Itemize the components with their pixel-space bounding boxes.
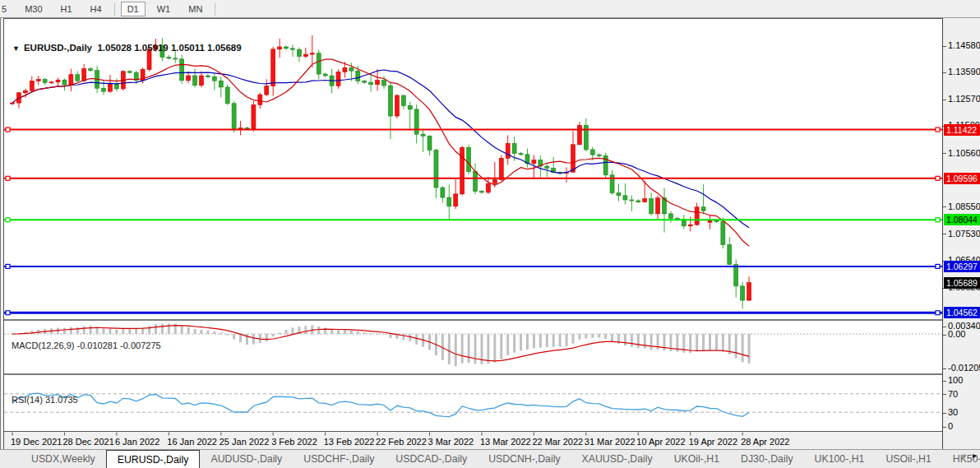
rsi-name: RSI(14) xyxy=(12,395,43,405)
candle-body xyxy=(454,194,458,206)
candle-body xyxy=(232,104,236,129)
level-price-label: 1.06297 xyxy=(944,261,980,272)
rsi-pane-bg xyxy=(4,375,943,432)
chart-window[interactable]: 19 Dec 202128 Dec 20216 Jan 202216 Jan 2… xyxy=(3,18,943,449)
candle-body xyxy=(486,183,490,192)
date-label: 3 Mar 2022 xyxy=(428,437,474,447)
candle-body xyxy=(225,87,229,104)
date-label: 6 Jan 2022 xyxy=(115,437,159,447)
timeframe-button-5[interactable]: 5 xyxy=(0,2,13,16)
candle-body xyxy=(297,49,301,56)
level-line-handle[interactable] xyxy=(6,218,10,222)
timeframe-button-mn[interactable]: MN xyxy=(182,2,209,16)
chart-tab-eurusd[interactable]: EURUSD-,Daily xyxy=(106,450,201,468)
candle-body xyxy=(127,72,132,72)
candle-body xyxy=(108,84,112,91)
macd-histogram-bar xyxy=(331,330,333,334)
candle-body xyxy=(532,160,536,164)
level-line-handle[interactable] xyxy=(6,311,10,315)
level-line-handle[interactable] xyxy=(6,176,10,180)
macd-histogram-bar xyxy=(566,334,568,346)
chart-tab-uk100[interactable]: UK100-,H1 xyxy=(804,450,876,468)
tab-scroll-right-icon[interactable]: ▸ xyxy=(973,451,977,460)
chart-tab-usdcnh[interactable]: USDCNH-,Daily xyxy=(478,450,571,468)
macd-histogram-bar xyxy=(722,334,724,352)
macd-histogram-bar xyxy=(279,333,281,334)
chart-ohlc-values: 1.05028 1.05919 1.05011 1.05689 xyxy=(97,43,241,53)
rsi-axis-tick: 100 xyxy=(943,374,963,386)
level-line-handle[interactable] xyxy=(936,264,940,268)
level-line-handle[interactable] xyxy=(6,264,10,268)
price-axis-tick: 1.13590 xyxy=(943,66,980,77)
tab-scroll-left-icon[interactable]: ◂ xyxy=(961,451,965,460)
candle-body xyxy=(382,81,386,86)
date-label: 28 Apr 2022 xyxy=(741,437,789,447)
timeframe-button-d1[interactable]: D1 xyxy=(121,2,146,16)
candle-body xyxy=(23,90,27,93)
macd-histogram-bar xyxy=(206,331,209,334)
candle-body xyxy=(388,86,392,116)
level-line-handle[interactable] xyxy=(936,127,940,132)
macd-histogram-bar xyxy=(506,334,509,355)
timeframe-button-h1[interactable]: H1 xyxy=(54,2,79,16)
chart-tab-dj30[interactable]: DJ30-,Daily xyxy=(730,450,804,468)
candle-body xyxy=(741,286,745,300)
timeframe-button-w1[interactable]: W1 xyxy=(150,2,178,16)
macd-histogram-bar xyxy=(135,329,137,334)
chart-tab-usoil[interactable]: USOil-,H1 xyxy=(875,450,941,468)
level-line-handle[interactable] xyxy=(936,176,940,180)
candle-body xyxy=(499,158,503,179)
chart-tab-usdcad[interactable]: USDCAD-,Daily xyxy=(385,450,478,468)
date-label: 19 Apr 2022 xyxy=(689,437,737,447)
level-price-label: 1.04562 xyxy=(944,307,980,318)
macd-histogram-bar xyxy=(533,334,535,348)
chart-tab-audusd[interactable]: AUDUSD-,Daily xyxy=(200,450,293,468)
macd-histogram-bar xyxy=(370,333,372,334)
candle-body xyxy=(206,76,210,76)
candle-body xyxy=(271,49,275,86)
candle-body xyxy=(636,201,640,202)
chart-canvas[interactable]: 19 Dec 202128 Dec 20216 Jan 202216 Jan 2… xyxy=(4,18,943,449)
candle-body xyxy=(506,143,510,158)
chart-tab-bar: USDX,WeeklyEURUSD-,DailyAUDUSD-,DailyUSD… xyxy=(0,449,980,468)
macd-histogram-bar xyxy=(266,334,268,341)
macd-histogram-bar xyxy=(344,330,346,334)
level-line-handle[interactable] xyxy=(936,218,940,222)
candle-body xyxy=(62,80,67,85)
level-line-handle[interactable] xyxy=(6,127,10,132)
macd-name: MACD(12,26,9) xyxy=(12,341,74,350)
macd-histogram-bar xyxy=(578,334,580,340)
date-label: 31 Mar 2022 xyxy=(585,437,636,447)
candle-body xyxy=(441,188,445,197)
macd-histogram-bar xyxy=(526,334,529,350)
macd-histogram-bar xyxy=(624,334,626,345)
timeframe-button-h4[interactable]: H4 xyxy=(84,2,109,16)
macd-histogram-bar xyxy=(226,334,229,335)
macd-histogram-bar xyxy=(194,329,196,334)
macd-histogram-bar xyxy=(213,331,215,334)
candle-body xyxy=(167,58,171,58)
macd-histogram-bar xyxy=(389,334,391,338)
candle-body xyxy=(343,67,347,72)
level-price-label: 1.09596 xyxy=(944,173,980,184)
price-axis[interactable]: 1.145801.135901.125701.115801.105601.085… xyxy=(942,18,980,449)
chart-tab-usdchf[interactable]: USDCHF-,Daily xyxy=(293,450,385,468)
current-price-label: 1.05689 xyxy=(944,277,980,289)
timeframe-button-m30[interactable]: M30 xyxy=(18,2,49,16)
macd-histogram-bar xyxy=(63,328,66,334)
date-label: 10 Apr 2022 xyxy=(636,437,685,447)
chart-tab-ukoil[interactable]: UKOil-,H1 xyxy=(663,450,730,468)
chart-tab-xauusd[interactable]: XAUUSD-,Daily xyxy=(571,450,663,468)
candle-body xyxy=(428,136,432,150)
candle-body xyxy=(290,49,294,49)
collapse-chart-icon[interactable]: ▼ xyxy=(12,44,20,53)
candle-body xyxy=(193,76,197,86)
level-line-handle[interactable] xyxy=(936,311,940,315)
date-label: 19 Dec 2021 xyxy=(11,437,62,447)
macd-histogram-bar xyxy=(709,334,711,350)
chart-tab-usdx[interactable]: USDX,Weekly xyxy=(0,450,106,468)
macd-histogram-bar xyxy=(181,326,183,334)
candle-body xyxy=(363,81,367,83)
macd-histogram-bar xyxy=(409,334,411,341)
macd-histogram-bar xyxy=(337,330,340,334)
